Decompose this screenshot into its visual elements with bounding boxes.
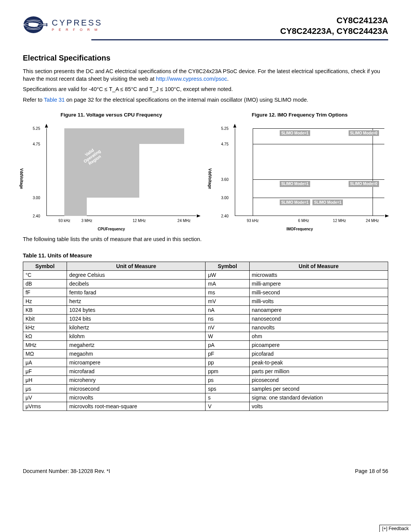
x-arrow-icon <box>197 214 201 217</box>
figure-11-title: Figure 11. Voltage versus CPU Frequency <box>23 112 200 118</box>
table-row: μFmicrofaradppmparts per million <box>23 367 388 375</box>
section-title: Electrical Specifications <box>23 54 388 62</box>
figure-11-chart: VddVoltage CPUFrequency Valid Operating … <box>23 125 200 231</box>
table-row: kHzkilohertznVnanovolts <box>23 323 388 332</box>
logo-brand-text: CYPRESS <box>52 18 102 28</box>
after-figures-text: The following table lists the units of m… <box>23 236 388 243</box>
y-axis-label: VddVoltage <box>19 168 24 189</box>
table-row: °Cdegree CelsiusμWmicrowatts <box>23 270 388 279</box>
figure-12: Figure 12. IMO Frequency Trim Options Vd… <box>211 112 388 231</box>
x-axis-label: IMOFrequency <box>211 227 388 231</box>
figure-11: Figure 11. Voltage versus CPU Frequency … <box>23 112 200 231</box>
logo: CYPRESS P E R F O R M <box>23 15 102 34</box>
table-row: μVmicrovoltsssigma: one standard deviati… <box>23 393 388 402</box>
part-line-1: CY8C24123A <box>280 15 388 26</box>
table-11-caption: Table 11. Units of Measure <box>23 252 388 259</box>
table-row: kΩkilohmWohm <box>23 332 388 340</box>
table-row: KB1024 bytesnAnanoampere <box>23 305 388 314</box>
table-row: dBdecibelsmAmilli-ampere <box>23 279 388 288</box>
slimo-box: SLIMO Mode=1 <box>312 200 343 206</box>
figures-row: Figure 11. Voltage versus CPU Frequency … <box>23 112 388 231</box>
doc-number: Document Number: 38-12028 Rev. *I <box>23 468 110 474</box>
table-row: MΩmegaohmpFpicofarad <box>23 349 388 358</box>
table-row: HzhertzmVmilli-volts <box>23 297 388 305</box>
figure-12-title: Figure 12. IMO Frequency Trim Options <box>211 112 388 118</box>
part-line-2: CY8C24223A, CY8C24423A <box>280 26 388 37</box>
slimo-box: SLIMO Mode=1 <box>280 130 310 136</box>
table-row: μVrmsmicrovolts root-mean-squareVvolts <box>23 402 388 411</box>
figure-12-chart: VddVoltage IMOFrequency SLIMO Mode=1 SLI… <box>211 125 388 231</box>
th-uom: Unit of Measure <box>249 262 388 270</box>
table31-link[interactable]: Table 31 <box>44 97 65 103</box>
page-number: Page 18 of 56 <box>355 468 388 474</box>
table-row: μsmicrosecondspssamples per second <box>23 384 388 393</box>
slimo-box: SLIMO Mode=0 <box>349 130 379 136</box>
slimo-box: SLIMO Mode=0 <box>349 181 379 187</box>
refer-paragraph: Refer to Table 31 on page 32 for the ele… <box>23 96 388 104</box>
globe-icon <box>23 15 49 34</box>
y-arrow-icon <box>45 124 48 128</box>
th-symbol: Symbol <box>23 262 67 270</box>
x-axis-label: CPUFrequency <box>23 227 200 231</box>
slimo-box: SLIMO Mode=1 <box>280 200 310 206</box>
logo-subtext: P E R F O R M <box>52 28 99 32</box>
psoc-link[interactable]: http://www.cypress.com/psoc <box>156 76 227 82</box>
units-table: Symbol Unit of Measure Symbol Unit of Me… <box>23 262 388 411</box>
table-row: μHmicrohenrypspicosecond <box>23 375 388 384</box>
header-rule <box>91 39 388 40</box>
y-axis-label: VddVoltage <box>208 168 212 189</box>
intro-paragraph-1: This section presents the DC and AC elec… <box>23 68 388 83</box>
table-row: Kbit1024 bitsnsnanosecond <box>23 314 388 323</box>
page-header: CYPRESS P E R F O R M CY8C24123A CY8C242… <box>23 15 388 36</box>
table-row: MHzmegahertzpApicoampere <box>23 340 388 349</box>
spec-validity: Specifications are valid for -40°C ≤ T_A… <box>23 86 388 93</box>
page-footer: Document Number: 38-12028 Rev. *I Page 1… <box>23 468 388 474</box>
y-arrow-icon <box>233 124 236 128</box>
x-arrow-icon <box>385 214 389 217</box>
slimo-box: SLIMO Mode=1 <box>280 181 310 187</box>
part-numbers: CY8C24123A CY8C24223A, CY8C24423A <box>280 15 388 36</box>
th-symbol: Symbol <box>206 262 249 270</box>
table-row: fFfemto faradmsmilli-second <box>23 288 388 297</box>
th-uom: Unit of Measure <box>67 262 206 270</box>
table-row: μAmicroamperepppeak-to-peak <box>23 358 388 367</box>
